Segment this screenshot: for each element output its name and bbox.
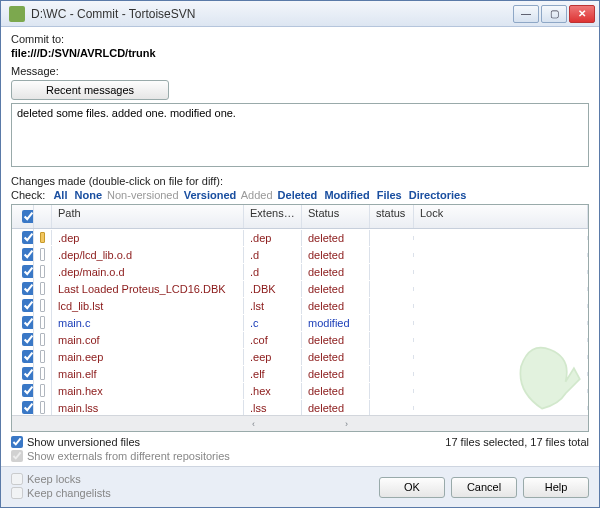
row-status: deleted	[302, 264, 370, 280]
row-path: main.elf	[52, 366, 244, 382]
keep-locks-checkbox[interactable]: Keep locks	[11, 473, 111, 485]
row-ext: .elf	[244, 366, 302, 382]
row-ext: .DBK	[244, 281, 302, 297]
hdr-extension[interactable]: Extension	[244, 205, 302, 228]
filter-directories[interactable]: Directories	[409, 189, 466, 201]
row-status: deleted	[302, 247, 370, 263]
file-icon	[40, 333, 45, 346]
row-status: deleted	[302, 400, 370, 416]
filter-added: Added	[241, 189, 273, 201]
table-row[interactable]: main.lss.lssdeleted	[12, 399, 588, 415]
row-status: modified	[302, 315, 370, 331]
row-status: deleted	[302, 383, 370, 399]
row-status: deleted	[302, 281, 370, 297]
window-buttons: — ▢ ✕	[513, 5, 595, 23]
filter-none[interactable]: None	[75, 189, 103, 201]
horizontal-scrollbar[interactable]: ‹ ›	[12, 415, 588, 431]
below-list-row: Show unversioned files Show externals fr…	[11, 436, 589, 464]
row-status: deleted	[302, 332, 370, 348]
table-row[interactable]: main.eep.eepdeleted	[12, 348, 588, 365]
recent-messages-button[interactable]: Recent messages	[11, 80, 169, 100]
table-row[interactable]: main.elf.elfdeleted	[12, 365, 588, 382]
row-path: main.c	[52, 315, 244, 331]
hdr-lock[interactable]: Lock	[414, 205, 588, 228]
changes-heading: Changes made (double-click on file for d…	[11, 175, 589, 187]
table-row[interactable]: lcd_lib.lst.lstdeleted	[12, 297, 588, 314]
check-filter-row: Check: All None Non-versioned Versioned …	[11, 189, 589, 201]
window-title: D:\WC - Commit - TortoiseSVN	[31, 7, 513, 21]
table-row[interactable]: main.hex.hexdeleted	[12, 382, 588, 399]
hdr-status2[interactable]: status	[370, 205, 414, 228]
show-externals-checkbox[interactable]: Show externals from different repositori…	[11, 450, 230, 462]
filter-all[interactable]: All	[53, 189, 67, 201]
row-path: .dep/lcd_lib.o.d	[52, 247, 244, 263]
hdr-status[interactable]: Status	[302, 205, 370, 228]
table-row[interactable]: .dep/main.o.d.ddeleted	[12, 263, 588, 280]
titlebar[interactable]: D:\WC - Commit - TortoiseSVN — ▢ ✕	[1, 1, 599, 27]
commit-dialog: D:\WC - Commit - TortoiseSVN — ▢ ✕ Commi…	[0, 0, 600, 508]
row-status: deleted	[302, 366, 370, 382]
filter-modified[interactable]: Modified	[324, 189, 369, 201]
commit-url: file:///D:/SVN/AVRLCD/trunk	[11, 47, 589, 59]
table-row[interactable]: .dep/lcd_lib.o.d.ddeleted	[12, 246, 588, 263]
row-ext: .lss	[244, 400, 302, 416]
app-icon	[9, 6, 25, 22]
row-path: main.cof	[52, 332, 244, 348]
keep-changelists-checkbox[interactable]: Keep changelists	[11, 487, 111, 499]
show-externals-label: Show externals from different repositori…	[27, 450, 230, 462]
keep-changelists-label: Keep changelists	[27, 487, 111, 499]
show-unversioned-checkbox[interactable]: Show unversioned files	[11, 436, 230, 448]
row-ext: .lst	[244, 298, 302, 314]
row-ext: .d	[244, 264, 302, 280]
row-path: .dep	[52, 230, 244, 246]
row-ext: .eep	[244, 349, 302, 365]
commit-to-label: Commit to:	[11, 33, 589, 45]
hdr-checkbox[interactable]	[12, 205, 34, 228]
hdr-path[interactable]: Path	[52, 205, 244, 228]
filter-non-versioned: Non-versioned	[107, 189, 179, 201]
row-status: deleted	[302, 349, 370, 365]
close-button[interactable]: ✕	[569, 5, 595, 23]
row-path: .dep/main.o.d	[52, 264, 244, 280]
show-unversioned-label: Show unversioned files	[27, 436, 140, 448]
help-button[interactable]: Help	[523, 477, 589, 498]
file-list-header[interactable]: Path Extension Status status Lock	[12, 205, 588, 229]
keep-locks-label: Keep locks	[27, 473, 81, 485]
row-status: deleted	[302, 298, 370, 314]
row-status: deleted	[302, 230, 370, 246]
dialog-footer: Keep locks Keep changelists OK Cancel He…	[1, 466, 599, 507]
table-row[interactable]: Last Loaded Proteus_LCD16.DBK.DBKdeleted	[12, 280, 588, 297]
file-list: Path Extension Status status Lock .dep.d…	[11, 204, 589, 432]
folder-icon	[40, 232, 45, 243]
row-path: main.lss	[52, 400, 244, 416]
check-label: Check:	[11, 189, 45, 201]
table-row[interactable]: main.cof.cofdeleted	[12, 331, 588, 348]
filter-deleted[interactable]: Deleted	[278, 189, 318, 201]
ok-button[interactable]: OK	[379, 477, 445, 498]
message-label: Message:	[11, 65, 589, 77]
file-icon	[40, 384, 45, 397]
filter-files[interactable]: Files	[377, 189, 402, 201]
file-list-body[interactable]: .dep.depdeleted.dep/lcd_lib.o.d.ddeleted…	[12, 229, 588, 415]
row-ext: .c	[244, 315, 302, 331]
content-area: Commit to: file:///D:/SVN/AVRLCD/trunk M…	[1, 27, 599, 466]
commit-message-input[interactable]	[11, 103, 589, 167]
row-ext: .dep	[244, 230, 302, 246]
row-path: main.eep	[52, 349, 244, 365]
file-icon	[40, 248, 45, 261]
maximize-button[interactable]: ▢	[541, 5, 567, 23]
table-row[interactable]: main.c.cmodified	[12, 314, 588, 331]
file-icon	[40, 265, 45, 278]
filter-versioned[interactable]: Versioned	[184, 189, 237, 201]
file-icon	[40, 299, 45, 312]
row-path: lcd_lib.lst	[52, 298, 244, 314]
file-icon	[40, 316, 45, 329]
cancel-button[interactable]: Cancel	[451, 477, 517, 498]
row-path: Last Loaded Proteus_LCD16.DBK	[52, 281, 244, 297]
table-row[interactable]: .dep.depdeleted	[12, 229, 588, 246]
minimize-button[interactable]: —	[513, 5, 539, 23]
row-ext: .hex	[244, 383, 302, 399]
file-icon	[40, 367, 45, 380]
row-ext: .d	[244, 247, 302, 263]
selection-summary: 17 files selected, 17 files total	[445, 436, 589, 448]
